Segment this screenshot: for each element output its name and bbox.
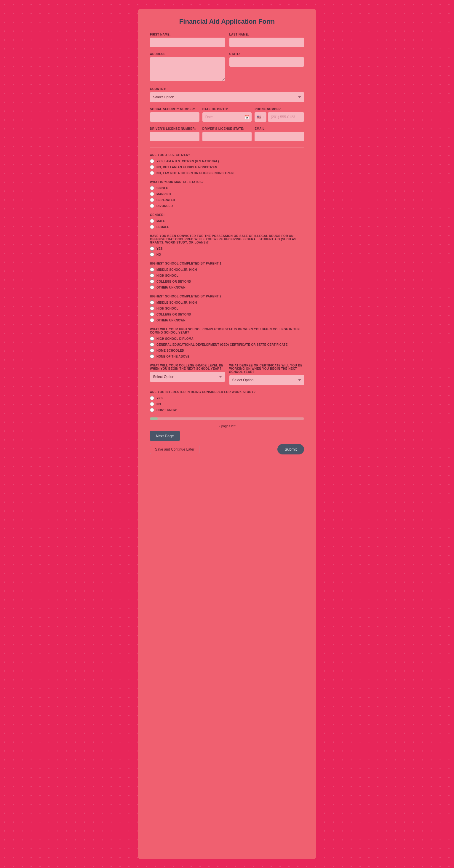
marital-option-3[interactable]: DIVORCED bbox=[150, 204, 304, 208]
marital-radio-3[interactable] bbox=[150, 204, 154, 208]
citizenship-option-1[interactable]: NO, BUT I AM AN ELIGIBLE NONCITIZEN bbox=[150, 165, 304, 169]
gender-label: GENDER: bbox=[150, 213, 304, 217]
parent1-edu-radio-0[interactable] bbox=[150, 268, 154, 272]
citizenship-option-0[interactable]: YES, I AM A U.S. CITIZEN (U.S NATIONAL) bbox=[150, 159, 304, 163]
citizenship-radio-1[interactable] bbox=[150, 165, 154, 169]
hs-completion-label: WHAT WILL YOUR HIGH SCHOOL COMPLETION ST… bbox=[150, 328, 304, 334]
parent2-edu-label-1: HIGH SCHOOL bbox=[156, 307, 178, 310]
parent2-edu-radio-3[interactable] bbox=[150, 318, 154, 322]
first-name-label: FIRST NAME: bbox=[150, 33, 225, 36]
parent2-edu-option-2[interactable]: COLLEGE OR BEYOND bbox=[150, 312, 304, 316]
hs-radio-1[interactable] bbox=[150, 342, 154, 347]
hs-radio-0[interactable] bbox=[150, 337, 154, 341]
dl-number-label: DRIVER'S LICENSE NUMBER: bbox=[150, 127, 200, 130]
email-input[interactable] bbox=[254, 132, 304, 141]
parent2-edu-option-3[interactable]: OTHER/ UNKNOWN bbox=[150, 318, 304, 322]
parent2-edu-option-1[interactable]: HIGH SCHOOL bbox=[150, 306, 304, 310]
parent2-edu-radio-0[interactable] bbox=[150, 300, 154, 305]
parent1-edu-label-0: MIDDLE SCHOOL/JR. HIGH bbox=[156, 268, 197, 271]
country-label: COUNTRY: bbox=[150, 87, 304, 91]
hs-option-2[interactable]: HOME SCHOOLED bbox=[150, 348, 304, 352]
hs-radio-2[interactable] bbox=[150, 348, 154, 352]
dob-label: DATE OF BIRTH: bbox=[203, 107, 252, 111]
parent1-edu-section: HIGHEST SCHOOL COMPLETED BY PARENT 1 MID… bbox=[150, 262, 304, 289]
dl-email-row: DRIVER'S LICENSE NUMBER: DRIVER'S LICENS… bbox=[150, 127, 304, 141]
dl-number-input[interactable] bbox=[150, 132, 200, 141]
work-study-option-1[interactable]: NO bbox=[150, 402, 304, 406]
marital-option-1[interactable]: MARRIED bbox=[150, 192, 304, 196]
college-grade-select[interactable]: Select Option bbox=[150, 372, 225, 382]
citizenship-option-2[interactable]: NO, I AM NOT A CITIZEN OR ELIGIBLE NONCI… bbox=[150, 171, 304, 175]
gender-option-1[interactable]: FEMALE bbox=[150, 225, 304, 229]
marital-option-0[interactable]: SINGLE bbox=[150, 186, 304, 190]
dob-input[interactable] bbox=[203, 112, 252, 122]
phone-wrapper: 🇺🇸 + bbox=[254, 112, 304, 122]
first-name-input[interactable] bbox=[150, 38, 225, 47]
last-name-input[interactable] bbox=[230, 38, 304, 47]
parent1-edu-option-1[interactable]: HIGH SCHOOL bbox=[150, 273, 304, 278]
citizenship-radio-0[interactable] bbox=[150, 159, 154, 163]
work-study-option-0[interactable]: YES bbox=[150, 396, 304, 400]
next-page-button[interactable]: Next Page bbox=[150, 431, 180, 441]
drug-option-0[interactable]: YES bbox=[150, 246, 304, 251]
parent1-edu-radio-2[interactable] bbox=[150, 279, 154, 283]
drug-radio-1[interactable] bbox=[150, 252, 154, 256]
hs-completion-section: WHAT WILL YOUR HIGH SCHOOL COMPLETION ST… bbox=[150, 328, 304, 359]
parent1-edu-option-3[interactable]: OTHER/ UNKNOWN bbox=[150, 285, 304, 289]
parent2-edu-radio-2[interactable] bbox=[150, 312, 154, 316]
hs-option-1[interactable]: GENERAL EDUCATIONAL DEVELOPMENT (GED) CE… bbox=[150, 342, 304, 347]
marital-radio-0[interactable] bbox=[150, 186, 154, 190]
work-study-option-2[interactable]: DON'T KNOW bbox=[150, 408, 304, 412]
marital-option-2[interactable]: SEPARATED bbox=[150, 198, 304, 202]
drug-radio-label-0: YES bbox=[156, 247, 163, 250]
work-study-radio-1[interactable] bbox=[150, 402, 154, 406]
parent2-edu-radio-1[interactable] bbox=[150, 306, 154, 310]
drug-options: YES NO bbox=[150, 246, 304, 256]
work-study-section: ARE YOU INTERESTED IN BEING CONSIDERED F… bbox=[150, 391, 304, 412]
work-study-radio-0[interactable] bbox=[150, 396, 154, 400]
marital-radio-1[interactable] bbox=[150, 192, 154, 196]
parent2-edu-options: MIDDLE SCHOOL/JR. HIGH HIGH SCHOOL COLLE… bbox=[150, 300, 304, 322]
parent2-edu-label-3: OTHER/ UNKNOWN bbox=[156, 319, 185, 322]
country-select[interactable]: Select Option bbox=[150, 92, 304, 102]
parent2-edu-option-0[interactable]: MIDDLE SCHOOL/JR. HIGH bbox=[150, 300, 304, 305]
hs-option-3[interactable]: NONE OF THE ABOVE bbox=[150, 354, 304, 359]
marital-section: WHAT IS YOUR MARITAL STATUS? SINGLE MARR… bbox=[150, 180, 304, 208]
progress-bar-container bbox=[150, 417, 304, 420]
parent2-edu-section: HIGHEST SCHOOL COMPLETED BY PARENT 2 MID… bbox=[150, 295, 304, 322]
email-field: EMAIL bbox=[254, 127, 304, 141]
address-input[interactable] bbox=[150, 57, 225, 81]
dl-state-label: DRIVER'S LICENSE STATE: bbox=[203, 127, 252, 130]
save-later-button[interactable]: Save and Continue Later bbox=[150, 445, 200, 454]
gender-radio-0[interactable] bbox=[150, 219, 154, 223]
drug-option-1[interactable]: NO bbox=[150, 252, 304, 256]
degree-type-select[interactable]: Select Option bbox=[230, 375, 304, 385]
citizenship-radio-2[interactable] bbox=[150, 171, 154, 175]
state-input[interactable] bbox=[230, 57, 304, 67]
state-label: STATE: bbox=[230, 53, 304, 56]
submit-button[interactable]: Submit bbox=[277, 444, 304, 455]
work-study-radio-2[interactable] bbox=[150, 408, 154, 412]
college-grade-field: WHAT WILL YOUR COLLEGE GRADE LEVEL BE WH… bbox=[150, 364, 225, 385]
hs-label-3: NONE OF THE ABOVE bbox=[156, 355, 189, 358]
phone-label: PHONE NUMBER bbox=[254, 107, 304, 111]
phone-input[interactable] bbox=[268, 112, 304, 122]
gender-radio-1[interactable] bbox=[150, 225, 154, 229]
country-section: COUNTRY: Select Option bbox=[150, 87, 304, 102]
marital-radio-2[interactable] bbox=[150, 198, 154, 202]
parent1-edu-radio-3[interactable] bbox=[150, 285, 154, 289]
ssn-input[interactable] bbox=[150, 112, 200, 122]
hs-radio-3[interactable] bbox=[150, 354, 154, 359]
hs-label-2: HOME SCHOOLED bbox=[156, 349, 184, 352]
work-study-label: ARE YOU INTERESTED IN BEING CONSIDERED F… bbox=[150, 391, 304, 394]
hs-option-0[interactable]: HIGH SCHOOL DIPLOMA bbox=[150, 337, 304, 341]
parent1-edu-option-2[interactable]: COLLEGE OR BEYOND bbox=[150, 279, 304, 283]
dl-state-input[interactable] bbox=[203, 132, 252, 141]
gender-option-0[interactable]: MALE bbox=[150, 219, 304, 223]
marital-radio-label-2: SEPARATED bbox=[156, 198, 175, 202]
parent1-edu-option-0[interactable]: MIDDLE SCHOOL/JR. HIGH bbox=[150, 268, 304, 272]
parent1-edu-label-3: OTHER/ UNKNOWN bbox=[156, 286, 185, 289]
drug-radio-0[interactable] bbox=[150, 246, 154, 251]
parent1-edu-radio-1[interactable] bbox=[150, 273, 154, 278]
citizenship-section: ARE YOU A U.S. CITIZEN? YES, I AM A U.S.… bbox=[150, 153, 304, 175]
